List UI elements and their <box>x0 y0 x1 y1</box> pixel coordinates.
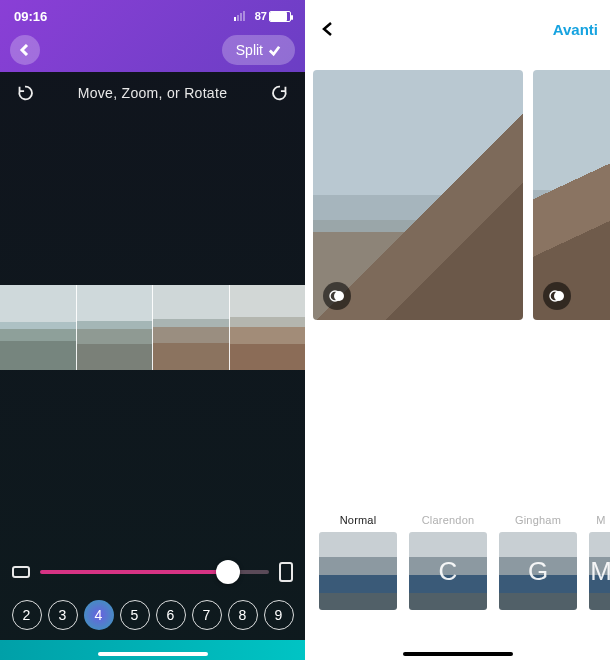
next-button[interactable]: Avanti <box>553 21 598 38</box>
filter-normal[interactable]: Normal <box>319 514 397 610</box>
panorama-preview[interactable] <box>0 285 305 370</box>
rotate-left-button[interactable] <box>14 82 36 104</box>
chevron-left-icon <box>19 44 31 56</box>
back-button[interactable] <box>10 35 40 65</box>
count-button-8[interactable]: 8 <box>228 600 258 630</box>
carousel-photo[interactable] <box>533 70 610 320</box>
rotate-right-icon <box>270 83 290 103</box>
count-button-3[interactable]: 3 <box>48 600 78 630</box>
filter-thumb <box>319 532 397 610</box>
battery-icon: 87 <box>255 10 291 22</box>
filter-thumb: M <box>589 532 610 610</box>
nav-bar: Split <box>0 28 305 68</box>
svg-point-3 <box>554 291 564 301</box>
filter-strip[interactable]: NormalClarendonCGinghamGMM <box>305 514 610 610</box>
edit-toolbar: Move, Zoom, or Rotate <box>0 72 305 114</box>
edit-hint: Move, Zoom, or Rotate <box>78 85 227 101</box>
count-button-9[interactable]: 9 <box>264 600 294 630</box>
count-button-6[interactable]: 6 <box>156 600 186 630</box>
pano-slice <box>153 285 230 370</box>
svg-point-1 <box>334 291 344 301</box>
clock: 09:16 <box>14 9 47 24</box>
header: 09:16 87 Split <box>0 0 305 72</box>
filter-label: M <box>589 514 610 532</box>
pano-slice <box>0 285 77 370</box>
chevron-left-icon <box>321 22 335 36</box>
carousel-photo[interactable] <box>313 70 523 320</box>
signal-icon <box>234 11 245 21</box>
filter-thumb: C <box>409 532 487 610</box>
rotate-left-icon <box>15 83 35 103</box>
battery-level: 87 <box>255 10 267 22</box>
filter-label: Normal <box>319 514 397 532</box>
photo-carousel[interactable] <box>305 70 610 325</box>
split-app-screen: 09:16 87 Split <box>0 0 305 660</box>
split-button[interactable]: Split <box>222 35 295 65</box>
count-button-5[interactable]: 5 <box>120 600 150 630</box>
filter-app-screen: Avanti NormalClarendonCGinghamGMM <box>305 0 610 660</box>
rotate-right-button[interactable] <box>269 82 291 104</box>
filter-label: Clarendon <box>409 514 487 532</box>
count-button-4[interactable]: 4 <box>84 600 114 630</box>
portrait-icon[interactable] <box>279 562 293 582</box>
split-button-label: Split <box>236 42 263 58</box>
status-icons: 87 <box>234 9 291 24</box>
landscape-icon[interactable] <box>12 566 30 578</box>
pano-slice <box>230 285 306 370</box>
aspect-slider[interactable] <box>40 570 269 574</box>
count-button-7[interactable]: 7 <box>192 600 222 630</box>
filter-gingham[interactable]: GinghamG <box>499 514 577 610</box>
aspect-slider-row <box>0 562 305 582</box>
filter-clarendon[interactable]: ClarendonC <box>409 514 487 610</box>
back-button[interactable] <box>313 14 343 44</box>
filter-overlay-button[interactable] <box>543 282 571 310</box>
filter-thumb: G <box>499 532 577 610</box>
venn-icon <box>329 288 345 304</box>
split-count-row: 23456789 <box>0 600 305 630</box>
bottom-accent <box>0 640 305 660</box>
filter-overlay-button[interactable] <box>323 282 351 310</box>
home-indicator <box>403 652 513 656</box>
filter-m[interactable]: MM <box>589 514 610 610</box>
pano-slice <box>77 285 154 370</box>
slider-thumb[interactable] <box>216 560 240 584</box>
nav-bar: Avanti <box>305 0 610 50</box>
count-button-2[interactable]: 2 <box>12 600 42 630</box>
home-indicator <box>98 652 208 656</box>
check-icon <box>268 44 281 57</box>
venn-icon <box>549 288 565 304</box>
filter-label: Gingham <box>499 514 577 532</box>
status-bar: 09:16 87 <box>0 0 305 28</box>
